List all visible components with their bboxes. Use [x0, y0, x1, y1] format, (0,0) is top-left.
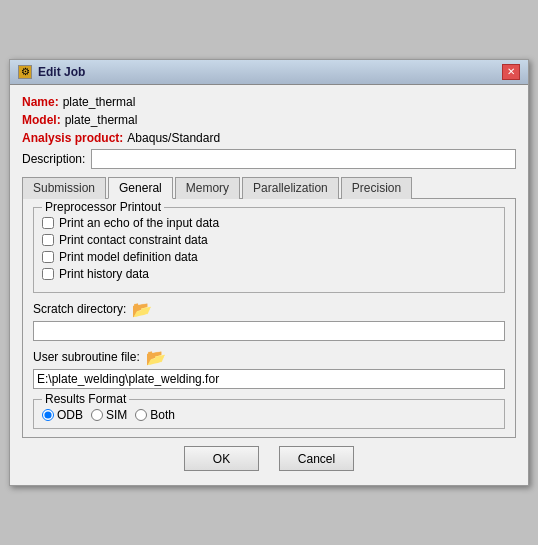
model-row: Model: plate_thermal — [22, 113, 516, 127]
tab-precision[interactable]: Precision — [341, 177, 412, 199]
title-bar: ⚙ Edit Job ✕ — [10, 60, 528, 85]
subroutine-row: User subroutine file: 📂 — [33, 349, 505, 365]
model-label: Model: — [22, 113, 61, 127]
tab-submission[interactable]: Submission — [22, 177, 106, 199]
subroutine-folder-icon[interactable]: 📂 — [146, 349, 166, 365]
cancel-button[interactable]: Cancel — [279, 446, 354, 471]
preprocessor-group: Preprocessor Printout Print an echo of t… — [33, 207, 505, 293]
radio-both: Both — [135, 408, 175, 422]
sim-radio[interactable] — [91, 409, 103, 421]
subroutine-label: User subroutine file: — [33, 350, 140, 364]
odb-label: ODB — [57, 408, 83, 422]
history-checkbox[interactable] — [42, 268, 54, 280]
preprocessor-group-label: Preprocessor Printout — [42, 200, 164, 214]
both-label: Both — [150, 408, 175, 422]
analysis-value: Abaqus/Standard — [127, 131, 220, 145]
subroutine-input[interactable] — [33, 369, 505, 389]
tab-parallelization[interactable]: Parallelization — [242, 177, 339, 199]
analysis-row: Analysis product: Abaqus/Standard — [22, 131, 516, 145]
both-radio[interactable] — [135, 409, 147, 421]
tab-memory[interactable]: Memory — [175, 177, 240, 199]
model-value: plate_thermal — [65, 113, 138, 127]
description-label: Description: — [22, 152, 85, 166]
radio-sim: SIM — [91, 408, 127, 422]
contact-label: Print contact constraint data — [59, 233, 208, 247]
radio-row: ODB SIM Both — [42, 408, 496, 422]
name-label: Name: — [22, 95, 59, 109]
ok-button[interactable]: OK — [184, 446, 259, 471]
model-label: Print model definition data — [59, 250, 198, 264]
window-title: Edit Job — [38, 65, 85, 79]
radio-odb: ODB — [42, 408, 83, 422]
tab-general[interactable]: General — [108, 177, 173, 199]
window-icon: ⚙ — [18, 65, 32, 79]
results-format-label: Results Format — [42, 392, 129, 406]
echo-checkbox[interactable] — [42, 217, 54, 229]
name-value: plate_thermal — [63, 95, 136, 109]
scratch-label: Scratch directory: — [33, 302, 126, 316]
scratch-input[interactable] — [33, 321, 505, 341]
scratch-row: Scratch directory: 📂 — [33, 301, 505, 317]
scratch-folder-icon[interactable]: 📂 — [132, 301, 152, 317]
description-input[interactable] — [91, 149, 516, 169]
history-label: Print history data — [59, 267, 149, 281]
general-tab-content: Preprocessor Printout Print an echo of t… — [22, 199, 516, 438]
checkbox-history: Print history data — [42, 267, 496, 281]
analysis-label: Analysis product: — [22, 131, 123, 145]
model-checkbox[interactable] — [42, 251, 54, 263]
close-button[interactable]: ✕ — [502, 64, 520, 80]
contact-checkbox[interactable] — [42, 234, 54, 246]
sim-label: SIM — [106, 408, 127, 422]
content-area: Name: plate_thermal Model: plate_thermal… — [10, 85, 528, 485]
results-format-group: Results Format ODB SIM Both — [33, 399, 505, 429]
checkbox-echo: Print an echo of the input data — [42, 216, 496, 230]
checkbox-model: Print model definition data — [42, 250, 496, 264]
name-row: Name: plate_thermal — [22, 95, 516, 109]
description-row: Description: — [22, 149, 516, 169]
echo-label: Print an echo of the input data — [59, 216, 219, 230]
button-row: OK Cancel — [22, 438, 516, 475]
edit-job-window: ⚙ Edit Job ✕ Name: plate_thermal Model: … — [9, 59, 529, 486]
tab-bar: Submission General Memory Parallelizatio… — [22, 177, 516, 199]
odb-radio[interactable] — [42, 409, 54, 421]
checkbox-contact: Print contact constraint data — [42, 233, 496, 247]
